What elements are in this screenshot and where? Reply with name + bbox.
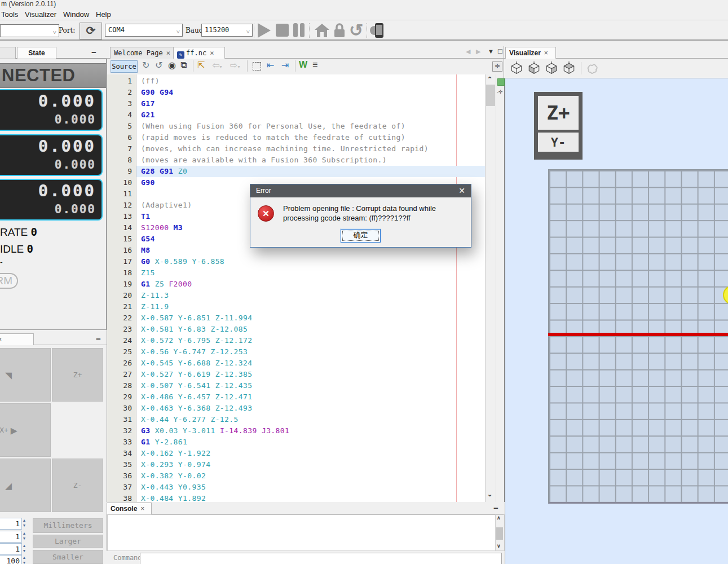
ok-button[interactable]: 确定 xyxy=(341,229,381,243)
port-combobox[interactable]: COM4˅ xyxy=(105,24,183,37)
tab-welcome-page[interactable]: Welcome Page× xyxy=(110,47,180,59)
gcode-line[interactable]: 25X-0.56 Y-6.747 Z-12.253 xyxy=(107,346,486,358)
scroll-down-icon[interactable]: ∨ xyxy=(497,543,501,549)
gcode-editor[interactable]: 1(ff)2G90 G943G174G215(When using Fusion… xyxy=(107,74,486,502)
rectangular-selection-icon[interactable] xyxy=(253,62,261,70)
gcode-line[interactable]: 27X-0.527 Y-6.619 Z-12.385 xyxy=(107,369,486,380)
iso-view-button[interactable] xyxy=(510,61,523,75)
gcode-line[interactable]: 21Z-11.9 xyxy=(107,301,486,312)
minimize-panel-icon[interactable]: − xyxy=(91,47,96,57)
z-step-spinner[interactable]: 1▲▼ xyxy=(0,531,31,541)
gcode-line[interactable]: 30X-0.463 Y-6.368 Z-12.493 xyxy=(107,403,486,414)
gcode-line[interactable]: 20Z-11.3 xyxy=(107,290,486,301)
gcode-line[interactable]: 6(rapid moves is reduced to match the fe… xyxy=(107,132,486,143)
tab-console[interactable]: Console× xyxy=(107,503,152,514)
spinner-arrows-icon[interactable]: ▲▼ xyxy=(20,543,28,554)
play-button[interactable] xyxy=(258,23,271,38)
tab-state[interactable]: State xyxy=(17,47,56,59)
back-icon[interactable]: ⇦▾ xyxy=(212,60,222,70)
gcode-line[interactable]: 37X-0.443 Y0.935 xyxy=(107,482,486,493)
larger-step-button[interactable]: Larger xyxy=(33,535,103,548)
gcode-line[interactable]: 19G1 Z5 F2000 xyxy=(107,279,486,290)
dialog-title[interactable]: Error xyxy=(250,184,471,197)
source-view-button[interactable]: Source xyxy=(111,60,138,73)
jog-z-minus-button[interactable]: Z- xyxy=(52,459,103,512)
console-scrollbar[interactable]: ∧ ∨ xyxy=(495,514,505,551)
firmware-combobox[interactable]: ˅ xyxy=(0,24,59,37)
gcode-line[interactable]: 34X-0.162 Y-1.922 xyxy=(107,448,486,459)
pause-button[interactable] xyxy=(293,23,305,39)
gcode-line[interactable]: 23X-0.581 Y-6.83 Z-12.085 xyxy=(107,324,486,335)
minimize-panel-icon[interactable]: − xyxy=(96,334,101,343)
left-view-button[interactable] xyxy=(527,61,541,75)
gcode-line[interactable]: 4G21 xyxy=(107,109,486,121)
soft-reset-button[interactable]: ↺ xyxy=(349,20,363,40)
gcode-line[interactable]: 17G0 X-0.589 Y-6.858 xyxy=(107,256,486,267)
rotate-cw-90-icon[interactable]: ↻ xyxy=(142,60,149,70)
gcode-line[interactable]: 26X-0.545 Y-6.688 Z-12.324 xyxy=(107,358,486,369)
split-window-icon[interactable]: ✛ xyxy=(492,61,502,72)
gcode-line[interactable]: 33G1 Y-2.861 xyxy=(107,437,486,448)
command-input[interactable] xyxy=(140,553,502,564)
menu-visualizer[interactable]: Visualizer xyxy=(25,10,56,19)
shift-left-icon[interactable]: ⇤ xyxy=(267,60,274,70)
close-icon[interactable]: × xyxy=(210,49,214,57)
gcode-line[interactable]: 5(When using Fusion 360 for Personal Use… xyxy=(107,121,486,132)
close-icon[interactable]: × xyxy=(544,49,548,57)
gcode-line[interactable]: 24X-0.572 Y-6.795 Z-12.172 xyxy=(107,335,486,346)
forward-icon[interactable]: ⇨▾ xyxy=(230,60,240,70)
baud-combobox[interactable]: 115200˅ xyxy=(201,24,253,37)
find-in-selection-icon[interactable]: ⧉ xyxy=(180,60,187,70)
gcode-line[interactable]: 29X-0.486 Y-6.457 Z-12.471 xyxy=(107,391,486,403)
tab-visualizer[interactable]: Visualizer× xyxy=(505,47,556,59)
gcode-line[interactable]: 35X-0.293 Y-0.974 xyxy=(107,459,486,470)
jog-z-plus-button[interactable]: Z+ xyxy=(52,348,103,402)
spinner-arrows-icon[interactable]: ▲▼ xyxy=(20,531,28,541)
xy-step-spinner[interactable]: 1▲▼ xyxy=(0,518,31,528)
jog-x-plus-button[interactable]: X+▶ xyxy=(0,403,51,457)
gcode-line[interactable]: 1(ff) xyxy=(107,76,486,87)
close-icon[interactable]: ✕ xyxy=(458,184,465,197)
gcode-line[interactable]: 3G17 xyxy=(107,98,486,109)
gcode-line[interactable]: 32G3 X0.03 Y-3.011 I-14.839 J3.801 xyxy=(107,425,486,437)
pendant-button[interactable] xyxy=(370,22,385,39)
maximize-icon[interactable]: □ xyxy=(498,47,502,55)
tab-list-icon[interactable]: ▼ xyxy=(488,48,494,55)
gcode-line[interactable]: 28X-0.507 Y-6.541 Z-12.435 xyxy=(107,380,486,391)
feed-step-spinner[interactable]: 1▲▼ xyxy=(0,543,31,554)
millimeters-button[interactable]: Millimeters xyxy=(33,518,103,533)
gcode-line[interactable]: 31X-0.44 Y-6.277 Z-12.5 xyxy=(107,414,486,425)
find-next-icon[interactable]: ◉ xyxy=(168,60,176,70)
menu-tools[interactable]: Tools xyxy=(1,10,18,19)
tab-controller[interactable]: oller× xyxy=(0,333,34,345)
scrollbar-thumb[interactable] xyxy=(496,527,503,540)
tab-ff-nc[interactable]: ✎ff.nc× xyxy=(173,47,225,59)
scrollbar-thumb[interactable] xyxy=(486,85,495,106)
front-view-button[interactable] xyxy=(545,61,558,75)
menu-help[interactable]: Help xyxy=(96,10,111,19)
unlock-button[interactable] xyxy=(333,23,346,38)
close-icon[interactable]: × xyxy=(0,336,2,343)
gcode-line[interactable]: 38X-0.484 Y1.892 xyxy=(107,493,486,502)
firmware-button[interactable]: RM xyxy=(0,273,18,289)
last-edit-location-icon[interactable]: ⇱ xyxy=(197,60,205,70)
gcode-line[interactable]: 18Z15 xyxy=(107,267,486,279)
close-icon[interactable]: × xyxy=(166,49,170,57)
tab-partial[interactable]: es xyxy=(0,47,16,59)
scroll-up-icon[interactable]: ∧ xyxy=(497,515,501,521)
feed-rate-spinner[interactable]: 100▲▼ xyxy=(0,555,31,564)
minimize-panel-icon[interactable]: − xyxy=(493,503,498,513)
settings-puzzle-icon[interactable] xyxy=(586,61,599,75)
editor-scrollbar[interactable]: ⌃ ⌄ xyxy=(485,74,496,502)
gcode-line[interactable]: 2G90 G94 xyxy=(107,87,486,98)
gcode-line[interactable]: 7(moves, which can increase machining ti… xyxy=(107,143,486,155)
jog-diag-up-button[interactable]: ◥ xyxy=(0,348,51,402)
highlight-occurrences-icon[interactable]: W xyxy=(299,60,307,70)
gcode-line[interactable]: 9G28 G91 Z0 xyxy=(107,166,486,177)
gcode-line[interactable]: 36X-0.382 Y-0.02 xyxy=(107,470,486,482)
menu-window[interactable]: Window xyxy=(63,10,89,19)
scroll-up-icon[interactable]: ⌃ xyxy=(487,76,492,83)
scroll-down-icon[interactable]: ⌄ xyxy=(487,491,492,498)
tab-scroll-left-icon[interactable]: ◀ xyxy=(466,48,470,55)
visualizer-canvas[interactable]: Z+ Y- xyxy=(505,78,728,564)
